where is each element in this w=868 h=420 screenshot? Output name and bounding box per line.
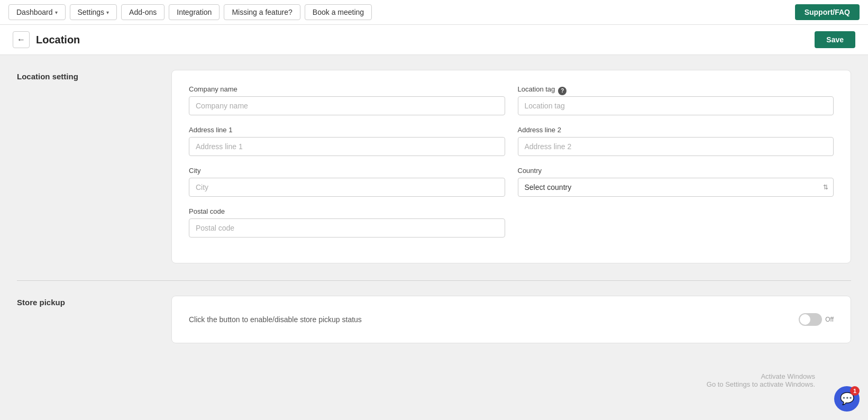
company-name-input[interactable] [189,96,505,115]
addons-label: Add-ons [129,8,157,16]
address2-group: Address line 2 [518,126,834,156]
toggle-container: Off [799,313,834,326]
back-button[interactable]: ← [13,31,30,48]
address1-input[interactable] [189,137,505,156]
pickup-description: Click the button to enable/disable store… [189,315,362,324]
postal-code-group: Postal code [189,207,505,238]
store-pickup-card: Click the button to enable/disable store… [171,296,851,343]
company-name-group: Company name [189,85,505,115]
store-pickup-toggle[interactable] [799,313,822,326]
top-navigation: Dashboard ▾ Settings ▾ Add-ons Integrati… [0,0,868,25]
postal-code-input[interactable] [189,218,505,238]
country-select[interactable]: Select country [518,178,834,197]
location-tag-help-icon[interactable]: ? [558,87,567,95]
form-row-3: City Country Select country [189,167,834,197]
city-label: City [189,167,505,175]
store-pickup-section: Store pickup Click the button to enable/… [17,296,851,343]
main-content: Location setting Company name Location t… [0,55,868,375]
location-setting-label: Location setting [17,70,154,263]
settings-button[interactable]: Settings ▾ [70,4,117,20]
city-group: City [189,167,505,197]
book-meeting-button[interactable]: Book a meeting [305,4,372,20]
country-label: Country [518,167,834,175]
store-pickup-label: Store pickup [17,296,154,343]
company-name-label: Company name [189,85,505,93]
support-faq-button[interactable]: Support/FAQ [795,4,860,20]
pickup-row: Click the button to enable/disable store… [189,311,834,328]
location-tag-label-row: Location tag ? [518,85,834,96]
form-row-4: Postal code [189,207,834,238]
location-tag-input[interactable] [518,96,834,115]
settings-label: Settings [78,8,105,16]
address1-group: Address line 1 [189,126,505,156]
page-header: ← Location Save [0,25,868,55]
missing-feature-button[interactable]: Missing a feature? [224,4,300,20]
address1-label: Address line 1 [189,126,505,134]
integration-button[interactable]: Integration [169,4,220,20]
location-tag-group: Location tag ? [518,85,834,115]
integration-label: Integration [177,8,212,16]
country-group: Country Select country [518,167,834,197]
addons-button[interactable]: Add-ons [121,4,165,20]
dashboard-label: Dashboard [16,8,53,16]
location-setting-card: Company name Location tag ? Address line… [171,70,851,263]
save-button[interactable]: Save [815,31,855,48]
form-row-1: Company name Location tag ? [189,85,834,115]
page-title: Location [36,34,80,46]
location-tag-label: Location tag [518,85,555,93]
toggle-label: Off [825,316,834,323]
dashboard-chevron-icon: ▾ [55,10,58,15]
location-setting-section: Location setting Company name Location t… [17,70,851,263]
dashboard-button[interactable]: Dashboard ▾ [8,4,66,20]
settings-chevron-icon: ▾ [106,10,109,15]
postal-code-label: Postal code [189,207,505,215]
city-input[interactable] [189,178,505,197]
country-select-wrapper: Select country [518,178,834,197]
book-meeting-label: Book a meeting [313,8,364,16]
address2-label: Address line 2 [518,126,834,134]
missing-feature-label: Missing a feature? [232,8,292,16]
address2-input[interactable] [518,137,834,156]
form-row-2: Address line 1 Address line 2 [189,126,834,156]
page-header-left: ← Location [13,31,80,48]
section-divider-1 [17,280,851,281]
